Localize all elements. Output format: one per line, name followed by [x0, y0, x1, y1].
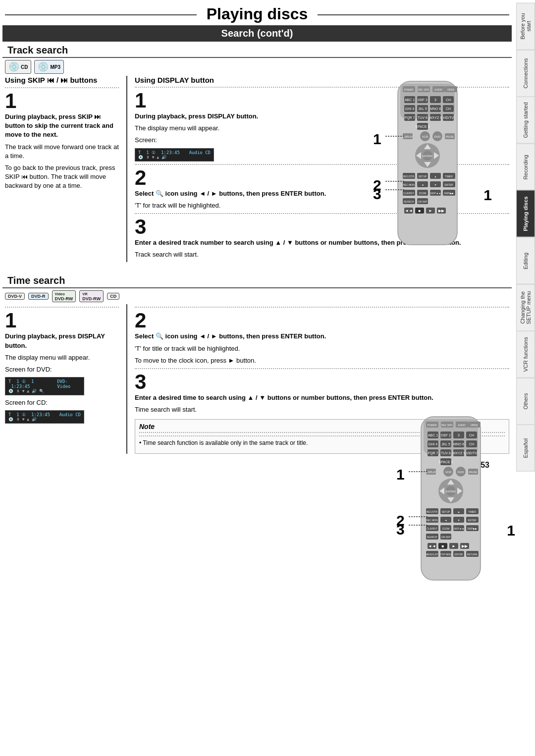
cd-icon: 💿 CD [5, 60, 31, 74]
side-navigation: Before you start Connections Getting sta… [516, 3, 535, 472]
svg-text:TUV 8: TUV 8 [441, 451, 451, 455]
time-step2-text2: To move to the clock icon, press ► butto… [135, 356, 509, 365]
svg-text:MNO 6: MNO 6 [453, 442, 464, 446]
svg-text:■: ■ [419, 209, 421, 213]
svg-text:AUDIO: AUDIO [434, 88, 442, 91]
svg-text:RETURN: RETURN [467, 553, 478, 556]
svg-text:▼: ▼ [434, 183, 437, 186]
time-step1-screen-dvd: Screen for DVD: [5, 365, 119, 374]
remote-marker-1: 1 [373, 131, 381, 148]
tab-playing-discs[interactable]: Playing discs [516, 190, 535, 237]
cd-screen-mockup: T 1 ① 1:23:45 Audio CD 💿 ⏸ ▼ ▲ 🔊 [5, 410, 84, 424]
tab-editing[interactable]: Editing [516, 237, 535, 284]
mp3-icon: 💿 MP3 [34, 60, 64, 74]
remote-marker-3: 3 [373, 186, 381, 203]
tab-others[interactable]: Others [516, 378, 535, 425]
svg-text:SETUP: SETUP [442, 510, 450, 513]
dvdr-badge: DVD-R [28, 293, 49, 300]
main-title-text: Playing discs [207, 5, 308, 23]
time-step3-number: 3 [135, 372, 509, 392]
tab-connections[interactable]: Connections [516, 50, 535, 97]
svg-text:OPEN: OPEN [447, 88, 455, 91]
svg-text:ENTER: ENTER [455, 553, 463, 556]
track-search-icons: 💿 CD 💿 MP3 [0, 58, 514, 76]
svg-text:◄◄: ◄◄ [405, 209, 413, 213]
svg-text:SKIP▶▶: SKIP▶▶ [467, 527, 477, 530]
svg-text:PQR 7: PQR 7 [404, 116, 415, 120]
svg-text:DISPLAY: DISPLAY [426, 471, 436, 474]
dvd-screen-mockup: T 1 ① 1 1:23:45 DVD-Video 💿 ⏸ ▼ ▲ 🔊 🔍 [5, 377, 84, 395]
svg-text:SKIP◄◄: SKIP◄◄ [453, 527, 464, 530]
svg-text:VID/TV: VID/TV [443, 116, 454, 119]
svg-text:CM SKP: CM SKP [441, 536, 451, 539]
cd-badge2: CD [107, 293, 119, 300]
tab-espanol[interactable]: Español [516, 425, 535, 472]
tab-before-you-start[interactable]: Before you start [516, 3, 535, 50]
svg-text:AUDIO: AUDIO [458, 424, 466, 427]
svg-text:REC MON: REC MON [403, 183, 415, 186]
time-step1-number: 1 [5, 310, 119, 331]
svg-text:CH: CH [469, 433, 474, 437]
svg-text:GHI 4: GHI 4 [428, 442, 437, 446]
time-step2-text1: 'T' for title or track will be highlight… [135, 344, 509, 353]
section-title: Search (cont'd) [221, 28, 293, 39]
svg-text:CH: CH [469, 442, 474, 446]
track-remote-svg: POWER REC SPD AUDIO OPEN ABC 1 DEF 2 3 C… [385, 79, 470, 252]
svg-text:ABC 1: ABC 1 [428, 433, 438, 437]
svg-text:3: 3 [434, 98, 436, 102]
time-step1-bold: During playback, press DISPLAY button. [5, 332, 119, 350]
skip-step1-bold: During playback, press SKIP ⏭ button to … [5, 112, 119, 140]
svg-text:SETUP: SETUP [419, 175, 427, 178]
svg-text:SPACE 0: SPACE 0 [415, 125, 429, 128]
track-search-heading: Track search [2, 42, 512, 58]
svg-text:CLR/RST: CLR/RST [403, 192, 414, 195]
time-step2-bold: Select 🔍 icon using ◄ / ► buttons, then … [135, 332, 509, 341]
svg-text:REC/OTR: REC/OTR [427, 510, 438, 513]
skip-step1-text2: To go back to the previous track, press … [5, 163, 119, 191]
svg-text:ENTER: ENTER [468, 519, 477, 522]
svg-text:DEF 2: DEF 2 [418, 98, 428, 102]
svg-text:SKIP▶▶: SKIP▶▶ [444, 192, 453, 195]
tab-setup-menu[interactable]: Changing the SETUP menu [516, 284, 535, 331]
svg-text:CH: CH [446, 98, 451, 102]
svg-text:▶▶: ▶▶ [438, 209, 445, 213]
tab-recording[interactable]: Recording [516, 144, 535, 191]
svg-text:POWER: POWER [404, 88, 414, 91]
page-title: Playing discs [197, 5, 318, 23]
svg-text:GHI 4: GHI 4 [405, 107, 414, 110]
svg-text:POWER: POWER [428, 424, 437, 427]
svg-text:VCR: VCR [422, 135, 428, 138]
svg-text:TOP MNU: TOP MNU [440, 553, 452, 556]
svg-text:CH: CH [446, 107, 451, 110]
track-remote-container: POWER REC SPD AUDIO OPEN ABC 1 DEF 2 3 C… [385, 79, 484, 254]
svg-text:DISPLAY: DISPLAY [403, 135, 413, 138]
column-divider [126, 76, 127, 262]
tab-getting-started[interactable]: Getting started [516, 97, 535, 144]
time-step3-text: Time search will start. [135, 405, 509, 414]
svg-text:SEARCH: SEARCH [404, 200, 414, 203]
svg-text:■: ■ [442, 544, 444, 548]
dvdrw-vr-badge: VRDVD-RW [79, 290, 104, 302]
svg-text:PAUSE: PAUSE [469, 471, 478, 474]
svg-text:CM SKP: CM SKP [418, 200, 428, 203]
svg-text:ZOOM: ZOOM [442, 527, 450, 530]
tab-vcr-functions[interactable]: VCR functions [516, 331, 535, 378]
svg-text:▶▶: ▶▶ [462, 544, 468, 548]
svg-text:▼: ▼ [458, 519, 460, 522]
skip-step1-number: 1 [5, 91, 119, 111]
svg-text:▲: ▲ [434, 175, 437, 178]
time-remote-marker-1b: 1 [507, 522, 515, 539]
svg-text:DVD: DVD [458, 471, 464, 474]
time-column-divider [126, 304, 127, 454]
svg-text:ENTER: ENTER [446, 490, 456, 493]
svg-text:►: ► [452, 544, 456, 548]
section-title-bar: Search (cont'd) [2, 25, 512, 42]
svg-text:WXYZ 9: WXYZ 9 [452, 451, 465, 455]
svg-text:JKL 5: JKL 5 [441, 442, 450, 446]
svg-text:WXYZ 9: WXYZ 9 [429, 116, 442, 119]
svg-text:◄◄: ◄◄ [428, 544, 436, 548]
time-step2-number: 2 [135, 310, 509, 331]
dvdv-badge: DVD-V [5, 293, 25, 300]
svg-text:REC/OTR: REC/OTR [403, 175, 415, 178]
svg-text:►: ► [428, 209, 432, 213]
